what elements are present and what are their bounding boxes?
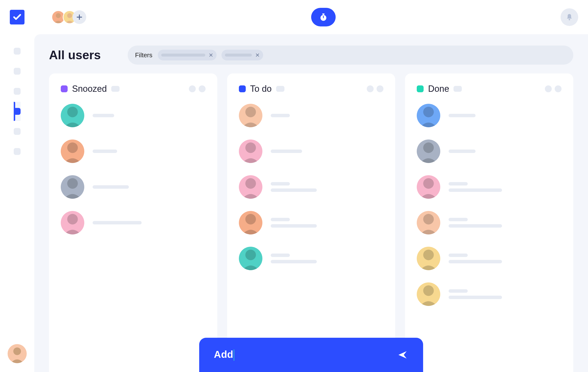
user-card[interactable] — [417, 175, 562, 199]
column-header: Done — [417, 84, 562, 94]
user-card-text — [271, 218, 317, 228]
filter-chip[interactable] — [158, 50, 217, 60]
column-count-badge — [453, 86, 462, 92]
user-card[interactable] — [61, 140, 206, 163]
user-card-text — [449, 150, 476, 153]
svg-point-20 — [423, 250, 434, 260]
user-card-text — [271, 150, 302, 153]
svg-point-9 — [67, 178, 78, 189]
placeholder-line — [449, 254, 468, 257]
placeholder-line — [271, 114, 290, 117]
user-card-text — [271, 254, 317, 263]
user-card-text — [449, 182, 502, 192]
sidebar-glyph — [14, 88, 21, 95]
user-avatar — [239, 211, 262, 234]
sidebar-glyph — [14, 148, 21, 155]
svg-point-6 — [13, 348, 21, 355]
user-card-text — [449, 218, 502, 228]
user-avatar — [61, 140, 84, 163]
svg-point-19 — [423, 214, 434, 224]
send-button[interactable] — [397, 349, 408, 361]
user-avatar — [61, 175, 84, 199]
user-avatar — [417, 247, 440, 270]
user-avatar — [417, 175, 440, 199]
column-action-button[interactable] — [367, 85, 374, 92]
placeholder-line — [271, 150, 302, 153]
filter-chip-label — [225, 54, 252, 57]
notifications-button[interactable] — [561, 8, 578, 26]
sidebar-item-4[interactable] — [14, 122, 21, 141]
column-action-button[interactable] — [545, 85, 552, 92]
user-card[interactable] — [239, 247, 384, 270]
sidebar-item-5[interactable] — [14, 142, 21, 161]
column-done: Done — [405, 73, 573, 372]
user-card[interactable] — [61, 211, 206, 234]
sidebar — [0, 34, 34, 372]
current-user-avatar[interactable] — [8, 344, 27, 363]
sidebar-item-3[interactable] — [14, 102, 21, 121]
user-avatar — [417, 211, 440, 234]
column-action-button[interactable] — [199, 85, 206, 92]
timer-button[interactable] — [311, 8, 336, 26]
user-card[interactable] — [417, 282, 562, 306]
svg-point-8 — [67, 142, 78, 153]
sidebar-item-0[interactable] — [14, 42, 21, 61]
placeholder-line — [449, 289, 468, 293]
sidebar-item-2[interactable] — [14, 82, 21, 101]
sidebar-glyph — [14, 108, 21, 115]
filters-bar[interactable]: Filters — [128, 46, 573, 65]
user-avatar — [239, 247, 262, 270]
text-cursor — [234, 349, 234, 361]
user-avatar — [417, 104, 440, 127]
column-snoozed: Snoozed — [49, 73, 217, 372]
user-card[interactable] — [417, 104, 562, 127]
svg-point-14 — [245, 214, 256, 224]
user-card[interactable] — [239, 104, 384, 127]
svg-rect-4 — [323, 14, 324, 15]
user-avatar — [239, 175, 262, 199]
user-card[interactable] — [417, 247, 562, 270]
user-card-text — [449, 114, 476, 117]
placeholder-line — [93, 221, 142, 224]
user-card-text — [271, 182, 317, 192]
sidebar-item-1[interactable] — [14, 62, 21, 81]
column-color-swatch — [417, 85, 424, 92]
user-card-text — [93, 185, 129, 189]
user-card[interactable] — [417, 211, 562, 234]
user-card-text — [449, 254, 502, 263]
column-count-badge — [276, 86, 284, 92]
filter-chip[interactable] — [221, 50, 263, 60]
column-color-swatch — [239, 85, 246, 92]
column-title: Snoozed — [72, 84, 107, 94]
user-card-text — [93, 150, 117, 153]
user-avatar — [61, 211, 84, 234]
user-card[interactable] — [239, 140, 384, 163]
user-card[interactable] — [239, 175, 384, 199]
compose-bar[interactable]: Add — [199, 338, 423, 372]
add-collaborator-button[interactable] — [73, 10, 86, 24]
stopwatch-icon — [319, 13, 328, 22]
user-avatar — [417, 282, 440, 306]
app-logo[interactable] — [10, 10, 24, 24]
column-action-button[interactable] — [377, 85, 383, 92]
x-icon — [255, 53, 260, 57]
placeholder-line — [449, 224, 502, 228]
filter-chip-label — [161, 54, 205, 57]
user-card[interactable] — [61, 175, 206, 199]
svg-point-15 — [245, 250, 256, 260]
remove-filter-button[interactable] — [209, 53, 213, 57]
placeholder-line — [271, 188, 317, 192]
user-card-text — [93, 114, 114, 117]
remove-filter-button[interactable] — [255, 53, 260, 57]
sidebar-glyph — [14, 128, 21, 135]
column-count-badge — [111, 86, 120, 92]
svg-point-7 — [67, 107, 78, 117]
svg-point-18 — [423, 178, 434, 189]
user-card-text — [449, 289, 502, 299]
svg-point-16 — [423, 107, 434, 117]
user-card[interactable] — [239, 211, 384, 234]
column-action-button[interactable] — [555, 85, 562, 92]
column-action-button[interactable] — [189, 85, 196, 92]
user-card[interactable] — [61, 104, 206, 127]
user-card[interactable] — [417, 140, 562, 163]
